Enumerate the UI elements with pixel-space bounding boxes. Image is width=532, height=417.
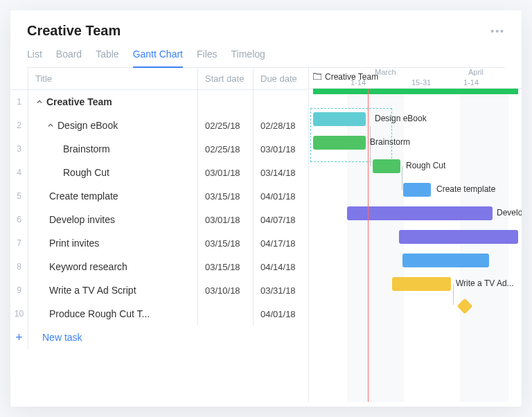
add-task-button[interactable]: + <box>10 326 28 349</box>
row-number: 1 <box>10 90 28 114</box>
tab-files[interactable]: Files <box>197 48 218 68</box>
sub-15-31: 15-31 <box>411 78 431 87</box>
table-row[interactable]: 4Rough Cut03/01/1803/14/18 <box>10 161 308 184</box>
table-header: Title Start date Due date <box>10 68 308 90</box>
row-number: 5 <box>10 184 28 208</box>
table-row[interactable]: 1Creative Team <box>10 90 308 114</box>
gantt-group-label: Creative Team <box>313 72 378 82</box>
tabs: List Board Table Gantt Chart Files Timel… <box>27 48 505 68</box>
tab-board[interactable]: Board <box>56 48 82 68</box>
row-number: 6 <box>10 208 28 231</box>
table-row[interactable]: 8Keyword research03/15/1804/14/18 <box>10 255 308 278</box>
tab-timelog[interactable]: Timelog <box>231 48 265 68</box>
row-due-date[interactable]: 02/28/18 <box>253 114 308 137</box>
row-due-date[interactable]: 03/14/18 <box>253 161 308 184</box>
task-table: Title Start date Due date 1Creative Team… <box>10 68 308 402</box>
tab-list[interactable]: List <box>27 48 42 68</box>
table-row[interactable]: 7Print invites03/15/1804/17/18 <box>10 231 308 255</box>
new-task-link[interactable]: New task <box>28 332 308 343</box>
row-due-date[interactable]: 04/01/18 <box>253 184 308 208</box>
dependency-line <box>370 126 371 166</box>
col-due-date[interactable]: Due date <box>253 68 308 89</box>
bar-brainstorm[interactable]: Brainstorm <box>313 136 366 150</box>
more-menu-button[interactable]: ••• <box>490 26 505 37</box>
gantt-group-bar[interactable] <box>313 89 518 94</box>
bar-keyword-research[interactable] <box>402 254 489 267</box>
col-start-date[interactable]: Start date <box>197 68 253 89</box>
row-number: 4 <box>10 161 28 184</box>
today-marker <box>368 89 369 402</box>
row-title[interactable]: Creative Team <box>28 96 197 107</box>
header: Creative Team ••• List Board Table Gantt… <box>10 10 522 68</box>
row-number: 10 <box>10 302 28 326</box>
row-title[interactable]: Produce Rough Cut T... <box>28 308 197 319</box>
row-due-date[interactable]: 04/07/18 <box>253 208 308 231</box>
row-start-date[interactable]: 03/15/18 <box>197 184 253 208</box>
row-due-date[interactable]: 03/31/18 <box>253 278 308 302</box>
bar-create-template[interactable]: Create template <box>403 183 431 197</box>
row-number: 9 <box>10 278 28 302</box>
page-title: Creative Team <box>27 23 121 39</box>
timeline-body: Creative Team Design eBook Brainstorm Ro… <box>309 89 522 402</box>
row-due-date[interactable]: 04/17/18 <box>253 231 308 255</box>
row-start-date[interactable]: 02/25/18 <box>197 137 253 161</box>
table-row[interactable]: 3Brainstorm02/25/1803/01/18 <box>10 137 308 161</box>
tab-table[interactable]: Table <box>96 48 118 68</box>
bar-print-invites[interactable] <box>399 230 518 244</box>
month-april: April <box>468 68 484 76</box>
dependency-line <box>453 284 454 305</box>
new-task-row: + New task <box>10 326 308 349</box>
row-title[interactable]: Print invites <box>28 238 197 249</box>
table-row[interactable]: 2Design eBook02/25/1802/28/18 <box>10 114 308 137</box>
row-title[interactable]: Create template <box>28 190 197 202</box>
label-design-ebook: Design eBook <box>375 114 427 123</box>
app-card: Creative Team ••• List Board Table Gantt… <box>10 10 522 407</box>
table-row[interactable]: 10Produce Rough Cut T...04/01/18 <box>10 302 308 326</box>
row-start-date[interactable]: 03/01/18 <box>197 161 253 184</box>
col-title[interactable]: Title <box>28 68 197 89</box>
row-title[interactable]: Rough Cut <box>28 167 197 178</box>
sub-1-14b: 1-14 <box>463 78 479 87</box>
row-start-date[interactable]: 03/15/18 <box>197 255 253 278</box>
row-start-date[interactable]: 03/10/18 <box>197 278 253 302</box>
table-row[interactable]: 6Develop invites03/01/1804/07/18 <box>10 208 308 231</box>
row-number: 7 <box>10 231 28 255</box>
chevron-down-icon[interactable] <box>48 122 53 130</box>
row-start-date[interactable] <box>197 90 253 114</box>
row-due-date[interactable]: 04/14/18 <box>253 255 308 278</box>
row-title[interactable]: Design eBook <box>28 120 197 131</box>
row-start-date[interactable]: 03/01/18 <box>197 208 253 231</box>
row-start-date[interactable]: 03/15/18 <box>197 231 253 255</box>
content: Title Start date Due date 1Creative Team… <box>10 68 522 402</box>
row-title[interactable]: Develop invites <box>28 214 197 225</box>
row-number: 3 <box>10 137 28 161</box>
row-start-date[interactable] <box>197 302 253 326</box>
row-due-date[interactable] <box>253 90 308 114</box>
row-due-date[interactable]: 03/01/18 <box>253 137 308 161</box>
row-title[interactable]: Write a TV Ad Script <box>28 285 197 296</box>
gantt-timeline[interactable]: March April 1-14 15-31 1-14 Creative Tea… <box>308 68 522 402</box>
dependency-line <box>402 166 402 190</box>
tab-gantt-chart[interactable]: Gantt Chart <box>133 48 183 68</box>
row-number: 2 <box>10 114 28 137</box>
table-row[interactable]: 5Create template03/15/1804/01/18 <box>10 184 308 208</box>
bar-develop-invites[interactable]: Develop... <box>347 206 493 220</box>
bar-write-tv-ad[interactable]: Write a TV Ad... <box>392 277 451 291</box>
row-due-date[interactable]: 04/01/18 <box>253 302 308 326</box>
folder-icon <box>313 72 321 82</box>
row-title[interactable]: Brainstorm <box>28 143 197 154</box>
table-body: 1Creative Team2Design eBook02/25/1802/28… <box>10 90 308 326</box>
chevron-down-icon[interactable] <box>37 98 42 106</box>
row-start-date[interactable]: 02/25/18 <box>197 114 253 137</box>
bar-design-ebook[interactable] <box>313 112 366 126</box>
row-number: 8 <box>10 255 28 278</box>
table-row[interactable]: 9Write a TV Ad Script03/10/1803/31/18 <box>10 278 308 302</box>
row-title[interactable]: Keyword research <box>28 261 197 272</box>
bar-rough-cut[interactable]: Rough Cut <box>373 159 400 173</box>
